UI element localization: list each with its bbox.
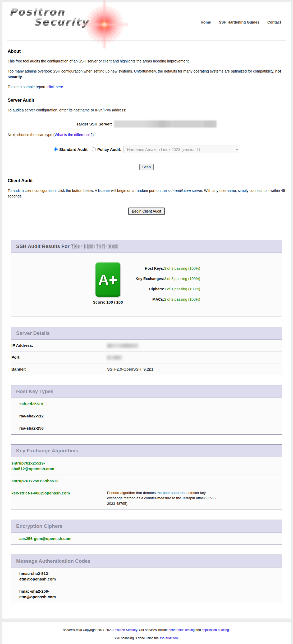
server-audit-heading: Server Audit [8,98,285,103]
policy-select[interactable]: Hardened Amazon Linux 2023 (version 1) [123,146,239,153]
site-header: Positron Security HomeSSH Hardening Guid… [2,2,291,38]
redacted-hostname: ᛉᚸᛟ᛫ᛒᚱᛞ᛬ᛏᚦᛖ᛫ᚸᛟᛞ [71,244,118,249]
results-panel: SSH Audit Results For ᛉᚸᛟ᛫ᛒᚱᛞ᛬ᛏᚦᛖ᛫ᚸᛟᛞ A+… [11,240,282,317]
detail-label: Port: [11,352,107,363]
target-server-row: Target SSH Server: [8,120,285,128]
stat-label: MACs: [136,294,164,304]
main-nav: HomeSSH Hardening GuidesContact [201,20,281,24]
about-heading: About [8,49,285,54]
target-server-input[interactable] [114,120,217,128]
nav-link[interactable]: Contact [267,20,281,24]
stat-row: Ciphers: 1 of 1 passing (100%) [136,284,200,294]
footer-text: . [229,628,230,632]
macs-title: Message Authentication Codes [11,555,282,568]
algorithm-row: rsa-sha2-512 [11,410,282,422]
scan-type-end: ): [92,133,95,137]
header-divider [7,40,286,41]
algorithm-name: aes256-gcm@openssh.com [19,536,71,541]
algorithm-row: hmac-sha2-512-etm@openssh.com [11,568,282,585]
stat-row: MACs: 2 of 2 passing (100%) [136,294,200,304]
stat-row: Key Exchanges: 3 of 3 passing (100%) [136,274,200,284]
redacted-value [107,344,138,348]
client-audit-text: To audit a client configuration, click t… [8,188,168,193]
sample-report-link[interactable]: click here [47,85,63,89]
ssh-audit-tool-link[interactable]: ssh-audit tool [159,636,178,640]
algorithm-name: sntrup761x25519-sha512@openssh.com [11,460,75,471]
key-exchange-title: Key Exchange Algorithms [11,445,282,457]
policy-audit-radio[interactable] [92,147,96,151]
cipher-list: aes256-gcm@openssh.com [11,533,282,544]
stat-value: 2 of 2 passing (100%) [164,294,200,304]
client-audit-heading: Client Audit [8,178,285,183]
penetration-testing-link[interactable]: penetration testing [168,628,195,632]
footer-text: and [195,628,202,632]
server-details-title: Server Details [11,327,282,340]
target-server-label: Target SSH Server: [76,122,112,126]
host-key-types-title: Host Key Types [11,385,282,398]
scan-button-row: Scan [8,164,285,170]
redacted-value [107,355,122,360]
results-stats: Host Keys: 3 of 3 passing (100%) Key Exc… [136,263,200,304]
detail-label: Banner: [11,363,107,375]
algorithm-name-cell: sntrup761x25519-sha512 [11,475,107,487]
algorithm-row: rsa-sha2-256 [11,422,282,434]
about-p2-end: . [22,75,23,79]
macs-panel: Message Authentication Codes hmac-sha2-5… [11,555,282,603]
nav-link[interactable]: Home [201,20,211,24]
algorithm-name: rsa-sha2-256 [19,425,44,431]
algorithm-name: kex-strict-s-v00@openssh.com [11,490,70,496]
scan-type-difference-link[interactable]: What is the difference? [54,133,92,137]
positron-security-link[interactable]: Positron Security [113,628,137,632]
client-audit-paragraph: To audit a client configuration, click t… [8,188,285,199]
algorithm-note [107,475,221,487]
client-audit-domain: ssh-audit.com [168,188,191,193]
host-key-types-panel: Host Key Types ssh-ed25519 rsa-sha2-512 … [11,385,282,435]
algorithm-row: sntrup761x25519-sha512@openssh.com [11,457,282,475]
detail-row: Banner: SSH-2.0-OpenSSH_9.2p1 [11,363,282,375]
algorithm-name-cell: sntrup761x25519-sha512@openssh.com [11,457,107,475]
nav-link[interactable]: SSH Hardening Guides [219,20,259,24]
about-p3-text: To see a sample report, [8,85,47,89]
stat-label: Ciphers: [136,284,164,294]
algorithm-row: ssh-ed25519 [11,398,282,410]
footer-text: Copyright 2017-2023 [82,628,113,632]
stat-label: Host Keys: [136,263,164,274]
stat-value: 3 of 3 passing (100%) [164,263,200,274]
algorithm-name: hmac-sha2-512-etm@openssh.com [19,571,83,582]
scan-type-options: Standard Audit Policy Audit: Hardened Am… [8,146,285,153]
about-paragraph-3: To see a sample report, click here. [8,84,285,90]
standard-audit-label: Standard Audit [59,147,88,152]
server-details-table: IP Address: Port: Banner: SSH-2.0-OpenSS… [11,340,282,375]
spacer-cell [221,475,282,487]
key-exchange-panel: Key Exchange Algorithms sntrup761x25519-… [11,444,282,510]
about-paragraph-2: Too many admins overlook SSH configurati… [8,69,285,80]
page-content: About This free tool audits the configur… [2,49,291,215]
server-details-panel: Server Details IP Address: Port: Banner:… [11,327,282,375]
algorithm-row: kex-strict-s-v00@openssh.com Pseudo-algo… [11,487,282,510]
scan-type-paragraph: Next, choose the scan type (What is the … [8,132,285,138]
stat-value: 1 of 1 passing (100%) [164,284,200,294]
about-paragraph-1: This free tool audits the configuration … [8,58,285,64]
application-auditing-link[interactable]: application auditing [202,628,229,632]
footer-text: . Our services include [137,628,169,632]
mac-list: hmac-sha2-512-etm@openssh.com hmac-sha2-… [11,568,282,603]
logo-text-line2: Security [34,17,89,28]
key-exchange-table: sntrup761x25519-sha512@openssh.com sntru… [11,457,282,510]
algorithm-name: hmac-sha2-256-etm@openssh.com [19,588,83,600]
spacer-cell [221,457,282,475]
stat-value: 3 of 3 passing (100%) [164,274,200,284]
encryption-ciphers-title: Encryption Ciphers [11,520,282,533]
scan-type-text: Next, choose the scan type ( [8,133,54,137]
algorithm-name: sntrup761x25519-sha512 [11,478,58,484]
policy-audit-label: Policy Audit: [97,147,121,152]
spacer-cell [221,487,282,510]
begin-client-audit-button[interactable]: Begin Client Audit [128,208,165,215]
main-card: Positron Security HomeSSH Hardening Guid… [2,2,291,619]
algorithm-name: rsa-sha2-512 [19,413,44,419]
scan-button[interactable]: Scan [139,164,154,170]
results-panel-title: SSH Audit Results For ᛉᚸᛟ᛫ᛒᚱᛞ᛬ᛏᚦᛖ᛫ᚸᛟᛞ [11,240,282,253]
standard-audit-radio[interactable] [54,147,58,151]
server-audit-intro: To audit a server configuration, enter i… [8,107,285,113]
footer-text: SSH scanning is done using the [114,636,159,640]
footer-line-2: SSH scanning is done using the ssh-audit… [2,636,291,640]
